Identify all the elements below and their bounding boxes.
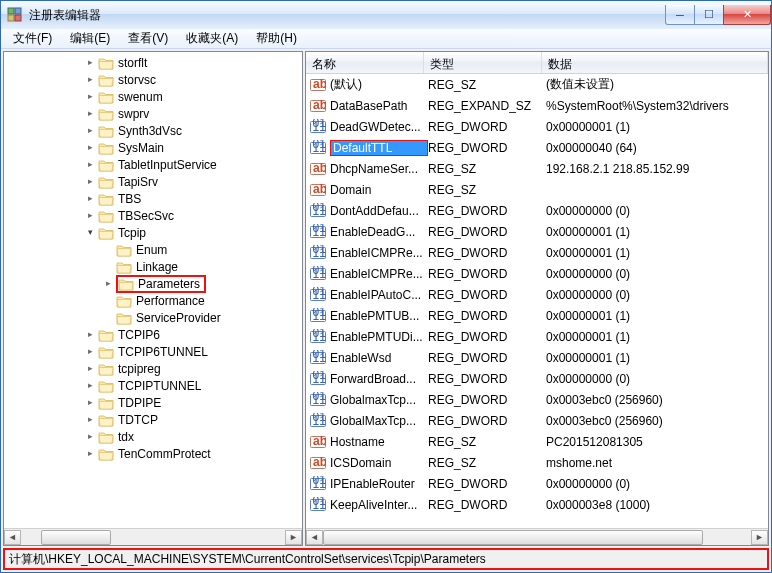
minimize-button[interactable]: ─ <box>665 5 695 25</box>
list-row[interactable]: HostnameREG_SZPC201512081305 <box>306 431 768 452</box>
expand-icon[interactable]: ▸ <box>84 346 96 358</box>
tree-item[interactable]: Performance <box>4 292 302 309</box>
list-row[interactable]: (默认)REG_SZ(数值未设置) <box>306 74 768 95</box>
list-row[interactable]: DeadGWDetec...REG_DWORD0x00000001 (1) <box>306 116 768 137</box>
expand-icon[interactable]: ▸ <box>102 278 114 290</box>
list-row[interactable]: KeepAliveInter...REG_DWORD0x000003e8 (10… <box>306 494 768 515</box>
col-header-name[interactable]: 名称 <box>306 52 424 73</box>
maximize-button[interactable]: ☐ <box>694 5 724 25</box>
reg-dword-icon <box>310 266 326 282</box>
folder-icon <box>98 209 114 223</box>
tree-item[interactable]: Enum <box>4 241 302 258</box>
col-header-data[interactable]: 数据 <box>542 52 768 73</box>
list-row[interactable]: EnableIPAutoC...REG_DWORD0x00000000 (0) <box>306 284 768 305</box>
tree-item[interactable]: ▸tcpipreg <box>4 360 302 377</box>
scroll-left-button[interactable]: ◄ <box>4 530 21 545</box>
scroll-thumb[interactable] <box>323 530 703 545</box>
tree-item[interactable]: ▸TDTCP <box>4 411 302 428</box>
expand-icon[interactable]: ▸ <box>84 74 96 86</box>
cell-type: REG_SZ <box>428 456 546 470</box>
scroll-track[interactable] <box>21 530 285 545</box>
list-row[interactable]: EnablePMTUB...REG_DWORD0x00000001 (1) <box>306 305 768 326</box>
expand-icon[interactable]: ▸ <box>84 397 96 409</box>
list-row[interactable]: IPEnableRouterREG_DWORD0x00000000 (0) <box>306 473 768 494</box>
list-hscrollbar[interactable]: ◄ ► <box>306 528 768 545</box>
list-row[interactable]: ICSDomainREG_SZmshome.net <box>306 452 768 473</box>
expand-icon[interactable]: ▸ <box>84 176 96 188</box>
cell-data: 0x0003ebc0 (256960) <box>546 414 768 428</box>
cell-name: EnablePMTUDi... <box>330 330 428 344</box>
menu-edit[interactable]: 编辑(E) <box>62 28 118 49</box>
list-row[interactable]: DontAddDefau...REG_DWORD0x00000000 (0) <box>306 200 768 221</box>
scroll-right-button[interactable]: ► <box>751 530 768 545</box>
list-row[interactable]: EnableICMPRe...REG_DWORD0x00000000 (0) <box>306 263 768 284</box>
list-row[interactable]: ForwardBroad...REG_DWORD0x00000000 (0) <box>306 368 768 389</box>
tree-item[interactable]: ▸Parameters <box>4 275 302 292</box>
expand-icon[interactable]: ▸ <box>84 159 96 171</box>
expand-icon[interactable]: ▸ <box>84 91 96 103</box>
expand-icon[interactable]: ▸ <box>84 448 96 460</box>
tree-item[interactable]: ▸TBSecSvc <box>4 207 302 224</box>
list-header[interactable]: 名称 类型 数据 <box>306 52 768 74</box>
tree-item[interactable]: ▸TBS <box>4 190 302 207</box>
tree-item[interactable]: ▾Tcpip <box>4 224 302 241</box>
tree-item[interactable]: ServiceProvider <box>4 309 302 326</box>
menu-favorites[interactable]: 收藏夹(A) <box>178 28 246 49</box>
registry-tree[interactable]: ▸storflt▸storvsc▸swenum▸swprv▸Synth3dVsc… <box>4 52 302 528</box>
tree-item[interactable]: ▸TabletInputService <box>4 156 302 173</box>
list-row[interactable]: EnableWsdREG_DWORD0x00000001 (1) <box>306 347 768 368</box>
collapse-icon[interactable]: ▾ <box>84 227 96 239</box>
list-row[interactable]: DomainREG_SZ <box>306 179 768 200</box>
tree-item[interactable]: ▸TCPIP6TUNNEL <box>4 343 302 360</box>
list-row[interactable]: GlobalmaxTcp...REG_DWORD0x0003ebc0 (2569… <box>306 389 768 410</box>
reg-dword-icon <box>310 245 326 261</box>
menu-view[interactable]: 查看(V) <box>120 28 176 49</box>
tree-item[interactable]: ▸TCPIPTUNNEL <box>4 377 302 394</box>
scroll-thumb[interactable] <box>41 530 111 545</box>
tree-item[interactable]: ▸Synth3dVsc <box>4 122 302 139</box>
cell-data: 0x0003ebc0 (256960) <box>546 393 768 407</box>
tree-item[interactable]: ▸TCPIP6 <box>4 326 302 343</box>
tree-hscrollbar[interactable]: ◄ ► <box>4 528 302 545</box>
list-pane[interactable]: 名称 类型 数据 (默认)REG_SZ(数值未设置)DataBasePathRE… <box>305 51 769 546</box>
expand-icon[interactable]: ▸ <box>84 431 96 443</box>
tree-pane[interactable]: ▸storflt▸storvsc▸swenum▸swprv▸Synth3dVsc… <box>3 51 303 546</box>
list-row[interactable]: DataBasePathREG_EXPAND_SZ%SystemRoot%\Sy… <box>306 95 768 116</box>
tree-item[interactable]: ▸storvsc <box>4 71 302 88</box>
reg-dword-icon <box>310 392 326 408</box>
menu-help[interactable]: 帮助(H) <box>248 28 305 49</box>
expand-icon[interactable]: ▸ <box>84 142 96 154</box>
tree-item[interactable]: ▸TenCommProtect <box>4 445 302 462</box>
scroll-track[interactable] <box>323 530 751 545</box>
list-body[interactable]: (默认)REG_SZ(数值未设置)DataBasePathREG_EXPAND_… <box>306 74 768 528</box>
expand-icon[interactable]: ▸ <box>84 210 96 222</box>
expand-icon[interactable]: ▸ <box>84 193 96 205</box>
tree-item[interactable]: ▸swprv <box>4 105 302 122</box>
title-bar[interactable]: 注册表编辑器 ─ ☐ ✕ <box>1 1 771 29</box>
tree-item[interactable]: ▸SysMain <box>4 139 302 156</box>
expand-icon[interactable]: ▸ <box>84 414 96 426</box>
tree-item[interactable]: ▸TDPIPE <box>4 394 302 411</box>
menu-file[interactable]: 文件(F) <box>5 28 60 49</box>
scroll-left-button[interactable]: ◄ <box>306 530 323 545</box>
list-row[interactable]: EnablePMTUDi...REG_DWORD0x00000001 (1) <box>306 326 768 347</box>
scroll-right-button[interactable]: ► <box>285 530 302 545</box>
tree-item[interactable]: ▸TapiSrv <box>4 173 302 190</box>
list-row[interactable]: GlobalMaxTcp...REG_DWORD0x0003ebc0 (2569… <box>306 410 768 431</box>
list-row[interactable]: DhcpNameSer...REG_SZ192.168.2.1 218.85.1… <box>306 158 768 179</box>
list-row[interactable]: EnableICMPRe...REG_DWORD0x00000001 (1) <box>306 242 768 263</box>
tree-item[interactable]: ▸storflt <box>4 54 302 71</box>
list-row[interactable]: DefaultTTLREG_DWORD0x00000040 (64) <box>306 137 768 158</box>
tree-item[interactable]: ▸tdx <box>4 428 302 445</box>
list-row[interactable]: EnableDeadG...REG_DWORD0x00000001 (1) <box>306 221 768 242</box>
expand-icon[interactable]: ▸ <box>84 329 96 341</box>
expand-icon[interactable]: ▸ <box>84 125 96 137</box>
close-button[interactable]: ✕ <box>723 5 771 25</box>
expand-icon[interactable]: ▸ <box>84 363 96 375</box>
tree-item[interactable]: ▸swenum <box>4 88 302 105</box>
col-header-type[interactable]: 类型 <box>424 52 542 73</box>
expand-icon[interactable]: ▸ <box>84 380 96 392</box>
expand-icon[interactable]: ▸ <box>84 108 96 120</box>
tree-item[interactable]: Linkage <box>4 258 302 275</box>
expand-icon[interactable]: ▸ <box>84 57 96 69</box>
